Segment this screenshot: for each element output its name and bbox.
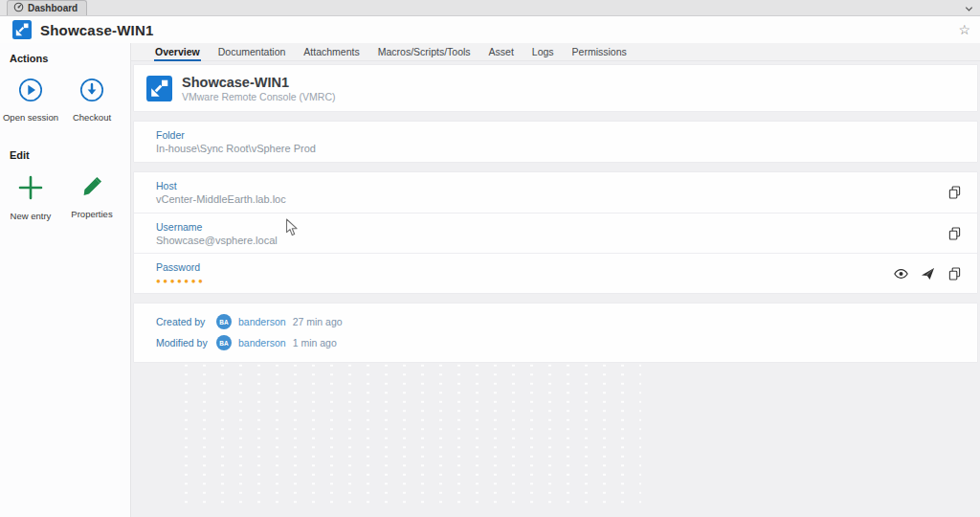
copy-icon[interactable] bbox=[947, 226, 962, 240]
open-session-button[interactable]: Open session bbox=[0, 74, 61, 132]
username-label: Username bbox=[156, 221, 278, 233]
folder-row: Folder In-house\Sync Root\vSphere Prod bbox=[134, 122, 977, 162]
checkout-label: Checkout bbox=[73, 112, 111, 123]
document-tabbar: Dashboard bbox=[0, 0, 980, 16]
dashboard-gauge-icon bbox=[13, 2, 24, 14]
checkout-button[interactable]: Checkout bbox=[61, 74, 122, 132]
username-row: Username Showcase@vsphere.local bbox=[134, 213, 977, 253]
vmrc-icon bbox=[146, 76, 172, 101]
modified-by-row: Modified by BA banderson 1 min ago bbox=[156, 332, 977, 353]
modified-by-time: 1 min ago bbox=[293, 337, 337, 348]
download-circle-icon bbox=[79, 78, 104, 106]
new-entry-button[interactable]: New entry bbox=[0, 170, 61, 231]
open-session-label: Open session bbox=[3, 112, 58, 123]
modified-by-user[interactable]: banderson bbox=[238, 337, 286, 348]
entry-tabstrip: Overview Documentation Attachments Macro… bbox=[131, 43, 980, 61]
sidebar: Actions Open session Checkout Edit bbox=[0, 43, 131, 517]
tab-permissions[interactable]: Permissions bbox=[571, 44, 628, 60]
folder-card: Folder In-house\Sync Root\vSphere Prod bbox=[133, 121, 978, 163]
password-row: Password ●●●●●●● bbox=[134, 253, 977, 293]
entry-type: VMware Remote Console (VMRC) bbox=[182, 91, 335, 102]
avatar: BA bbox=[216, 335, 232, 350]
audit-card: Created by BA banderson 27 min ago Modif… bbox=[133, 303, 978, 363]
tab-dashboard[interactable]: Dashboard bbox=[7, 0, 87, 15]
folder-label: Folder bbox=[156, 129, 316, 141]
credentials-card: Host vCenter-MiddleEarth.lab.loc Usernam… bbox=[133, 171, 978, 294]
created-by-user[interactable]: banderson bbox=[238, 316, 286, 327]
tab-asset[interactable]: Asset bbox=[488, 44, 515, 60]
entry-titlebar: Showcase-WIN1 ☆ bbox=[0, 16, 980, 43]
edit-heading: Edit bbox=[0, 147, 130, 170]
plus-icon bbox=[17, 174, 44, 205]
host-label: Host bbox=[156, 180, 286, 191]
tab-dashboard-label: Dashboard bbox=[28, 3, 78, 13]
host-row: Host vCenter-MiddleEarth.lab.loc bbox=[134, 172, 977, 213]
tab-documentation[interactable]: Documentation bbox=[217, 44, 287, 60]
pencil-icon bbox=[79, 174, 104, 203]
paper-plane-icon[interactable] bbox=[921, 266, 935, 281]
main-content: Overview Documentation Attachments Macro… bbox=[131, 43, 980, 517]
created-by-label: Created by bbox=[156, 316, 216, 327]
entry-header-card: Showcase-WIN1 VMware Remote Console (VMR… bbox=[133, 64, 978, 112]
entry-name: Showcase-WIN1 bbox=[182, 75, 335, 90]
star-icon[interactable]: ☆ bbox=[958, 23, 970, 36]
tab-overview[interactable]: Overview bbox=[154, 44, 201, 60]
eye-icon[interactable] bbox=[894, 266, 908, 281]
tab-macros-scripts-tools[interactable]: Macros/Scripts/Tools bbox=[377, 44, 472, 60]
actions-heading: Actions bbox=[0, 51, 130, 74]
properties-button[interactable]: Properties bbox=[61, 170, 122, 231]
copy-icon[interactable] bbox=[947, 186, 962, 200]
password-label: Password bbox=[156, 261, 205, 273]
copy-icon[interactable] bbox=[947, 266, 962, 281]
properties-label: Properties bbox=[71, 209, 112, 219]
username-value: Showcase@vsphere.local bbox=[156, 235, 278, 246]
tab-logs[interactable]: Logs bbox=[531, 44, 555, 60]
password-masked-value: ●●●●●●● bbox=[156, 277, 205, 285]
page-title: Showcase-WIN1 bbox=[40, 22, 153, 38]
tab-attachments[interactable]: Attachments bbox=[302, 44, 360, 60]
background-dot-pattern bbox=[177, 361, 641, 505]
created-by-row: Created by BA banderson 27 min ago bbox=[156, 311, 977, 332]
play-circle-icon bbox=[18, 78, 43, 106]
new-entry-label: New entry bbox=[11, 211, 52, 221]
host-value: vCenter-MiddleEarth.lab.loc bbox=[156, 193, 286, 205]
avatar: BA bbox=[216, 314, 232, 329]
folder-value: In-house\Sync Root\vSphere Prod bbox=[156, 143, 316, 154]
vmrc-icon bbox=[12, 20, 32, 39]
modified-by-label: Modified by bbox=[156, 337, 216, 348]
created-by-time: 27 min ago bbox=[293, 316, 343, 327]
